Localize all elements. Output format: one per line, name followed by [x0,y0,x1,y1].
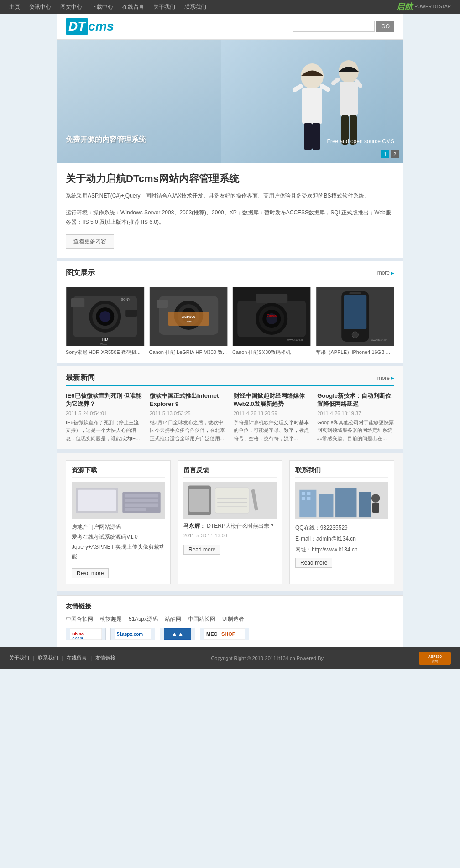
contact-email: E-mail：admin@it134.cn [295,533,388,544]
nav-about[interactable]: 关于我们 [153,3,175,11]
news-summary-3: Google和其他公司对于能够更快票网页到领域服务器的网络定址系统非常感兴趣。目… [317,419,394,443]
svg-text:Z.com: Z.com [72,636,83,640]
svg-text:HD: HD [102,337,108,342]
svg-rect-8 [340,82,358,116]
feedback-box-image [183,482,277,519]
news-title: 最新新闻 [66,373,95,383]
fl-logo-china[interactable]: China Z.com [66,628,106,640]
news-summary-1: 继3月14日全球发布之后，微软中国今天携手众多合作伙伴，在北京正式推出适合全球用… [150,419,227,443]
nav-contact[interactable]: 联系我们 [184,3,206,11]
fl-text-0[interactable]: 中国合拍网 [66,615,93,623]
main-wrapper: DTcms GO [57,14,403,647]
top-navigation: 主页 资讯中心 图文中心 下载中心 在线留言 关于我们 联系我们 启航 POWE… [0,0,460,14]
news-title-bar: 最新新闻 more [66,373,394,386]
svg-text:51aspx.com: 51aspx.com [117,632,143,637]
search-button[interactable]: GO [376,21,394,32]
svg-point-75 [371,494,380,503]
logo-dt: DT [66,18,88,35]
friendly-links-section: 友情链接 中国合拍网 动软趣题 51Aspx源码 站酷网 中国站长网 UI制造者… [57,595,403,647]
footer-link-friendlylinks[interactable]: 友情链接 [95,655,115,661]
feedback-image-icon [183,482,277,519]
news-summary-0: IE6被微软宣布了死刑（停止主流支持），这是一个大快人心的消息，但现实问题是，谁… [66,419,143,443]
news-item-0: IE6已被微软宣判死刑 但谁能为它送葬？ 2011-5-24 0:54:01 I… [66,392,143,442]
svg-rect-22 [125,310,137,317]
feedback-author: 马永辉： [183,523,205,529]
svg-rect-45 [344,295,366,329]
logo-cms: cms [88,19,114,34]
gallery-thumb-sony[interactable]: HD SONY www... [66,287,145,346]
gallery-more-link[interactable]: more [377,270,394,276]
download-link-0[interactable]: 房地产门户网站源码 [72,522,165,532]
svg-rect-6 [312,123,320,150]
gallery-thumb-iphone[interactable]: www.it134.cn [316,287,395,346]
download-link-1[interactable]: 爱考在线考试系统源码V1.0 [72,532,165,542]
footer-logo: ASP300 源码 [419,652,451,665]
contact-website: 网址：http://www.it134.cn [295,544,388,555]
footer-links: 关于我们 | 联系我们 | 在线留言 | 友情链接 [9,655,115,661]
svg-point-19 [99,311,110,322]
footer-link-guestbook[interactable]: 在线留言 [67,655,87,661]
news-more-link[interactable]: more [377,375,394,381]
contact-box-image [295,482,388,519]
news-item-3: Google新技术：自动判断位置降低网络延迟 2011-4-26 18:19:3… [317,392,394,442]
gallery-item-canon-hf: ASP300 .com Canon 佳能 LeGRIA HF M300 数... [149,287,228,356]
sony-camera-icon: HD SONY www... [66,287,145,346]
site-footer: 关于我们 | 联系我们 | 在线留言 | 友情链接 Copyright Righ… [0,647,460,669]
news-title-1[interactable]: 微软中国正式推出Internet Explorer 9 [150,392,227,408]
friendly-links-text: 中国合拍网 动软趣题 51Aspx源码 站酷网 中国站长网 UI制造者 [66,615,394,623]
svg-rect-72 [307,492,310,495]
svg-rect-59 [189,489,209,512]
download-link-2[interactable]: Jquery+ASP.NET 实现上传头像剪裁功能 [72,542,165,562]
fl-text-4[interactable]: 中国站长网 [188,615,215,623]
gallery-title: 图文展示 [66,268,95,278]
news-title-0[interactable]: IE6已被微软宣判死刑 但谁能为它送葬？ [66,392,143,408]
canon-sx-camera-icon: Canon www.it134.cn [232,287,311,346]
news-date-0: 2011-5-24 0:54:01 [66,411,143,416]
fl-text-3[interactable]: 站酷网 [165,615,181,623]
about-more-button[interactable]: 查看更多内容 [66,234,114,249]
banner-dot-2[interactable]: 2 [391,150,399,158]
fl-text-5[interactable]: UI制造者 [222,615,244,623]
banner-dots: 1 2 [381,150,399,158]
nav-gallery[interactable]: 图文中心 [60,3,82,11]
top-nav-logo-text: 启航 [396,1,413,12]
iphone-icon: www.it134.cn [316,287,395,346]
download-box: 资源下载 房地产门户网站源码 爱考在线考试系统源码V1.0 Jquery+A [66,460,171,584]
search-input[interactable] [293,21,375,32]
nav-news[interactable]: 资讯中心 [29,3,51,11]
svg-text:www.it134.cn: www.it134.cn [370,338,387,341]
banner-text-left: 免费开源的内容管理系统 [66,135,146,145]
search-area: GO [293,21,394,32]
site-header: DTcms GO [57,14,403,40]
canon-hf-camera-icon: ASP300 .com [149,287,228,346]
footer-link-about[interactable]: 关于我们 [9,655,29,661]
fl-logo-arrow[interactable]: ▲▲ [160,628,195,640]
svg-text:▲▲: ▲▲ [171,630,184,638]
footer-link-contact[interactable]: 联系我们 [38,655,58,661]
friendly-links-logos: China Z.com 51aspx.com ▲▲ MEC [66,628,394,640]
fl-logo-51aspx[interactable]: 51aspx.com [110,628,155,640]
footer-logo-asp300: ASP300 源码 [419,652,451,665]
fl-logo-mecshop[interactable]: MEC SHOP [200,628,249,640]
fl-text-1[interactable]: 动软趣题 [100,615,122,623]
feedback-read-more[interactable]: Read more [183,545,220,555]
svg-rect-73 [302,497,305,500]
gallery-thumb-canon-hf[interactable]: ASP300 .com [149,287,228,346]
news-title-3[interactable]: Google新技术：自动判断位置降低网络延迟 [317,392,394,408]
svg-rect-76 [372,503,379,513]
nav-download[interactable]: 下载中心 [91,3,113,11]
feedback-date: 2011-5-30 11:13:03 [183,533,277,538]
gallery-thumb-canon-sx[interactable]: Canon www.it134.cn [232,287,311,346]
svg-text:www.it134.cn: www.it134.cn [287,338,303,341]
divider-3 [57,449,403,453]
banner-dot-1[interactable]: 1 [381,150,389,158]
news-title-2[interactable]: 财经中国掀起财经网络媒体Web2.0发展新趋势 [234,392,311,408]
nav-home[interactable]: 主页 [9,3,20,11]
contact-read-more[interactable]: Read more [295,558,332,568]
download-read-more[interactable]: Read more [72,568,109,578]
svg-rect-71 [302,492,305,495]
nav-guestbook[interactable]: 在线留言 [122,3,144,11]
svg-text:ASP300: ASP300 [182,315,195,319]
fl-text-2[interactable]: 51Aspx源码 [129,615,158,623]
site-logo[interactable]: DTcms [66,18,114,35]
